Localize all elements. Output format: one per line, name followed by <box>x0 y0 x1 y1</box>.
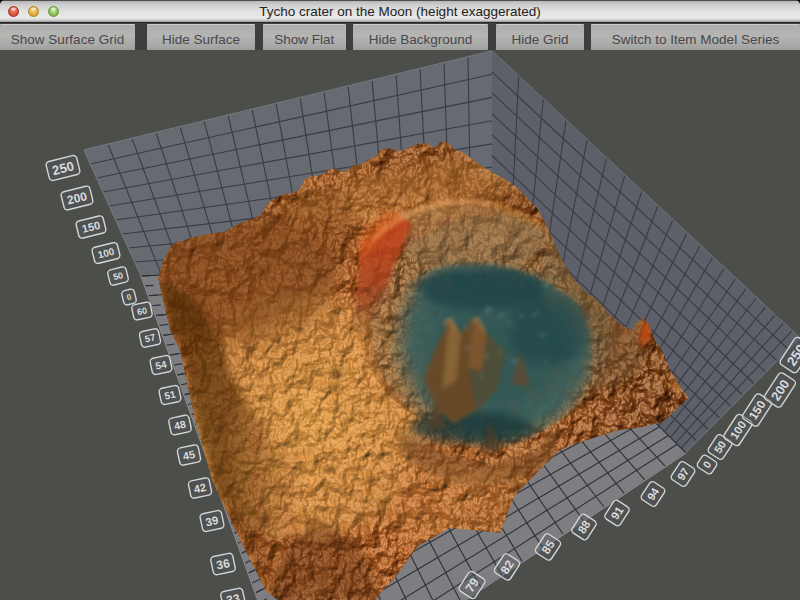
svg-text:45: 45 <box>182 448 196 462</box>
svg-text:60: 60 <box>136 305 148 317</box>
svg-text:57: 57 <box>144 331 157 344</box>
svg-text:42: 42 <box>193 481 207 495</box>
